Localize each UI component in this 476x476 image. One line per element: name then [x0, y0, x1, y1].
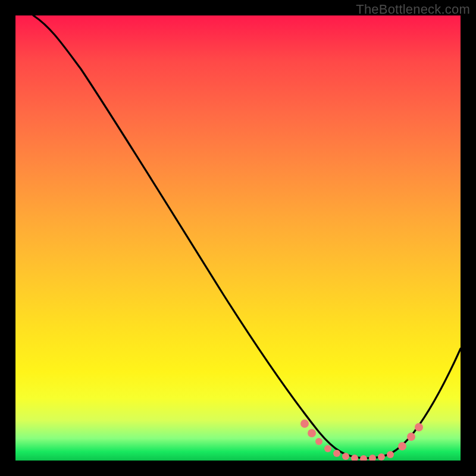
watermark-text: TheBottleneck.com	[356, 2, 470, 17]
marker-dot	[398, 442, 406, 450]
plot-area	[15, 15, 461, 461]
bottleneck-curve	[33, 15, 461, 458]
marker-dot	[407, 433, 415, 441]
marker-dot	[360, 455, 367, 461]
marker-dot	[300, 419, 309, 428]
marker-dot	[315, 438, 322, 445]
marker-group	[300, 419, 423, 461]
marker-dot	[378, 453, 385, 461]
marker-dot	[342, 453, 349, 460]
marker-dot	[387, 451, 394, 458]
bottleneck-curve-svg	[15, 15, 461, 461]
marker-dot	[308, 429, 316, 437]
marker-dot	[369, 455, 376, 461]
chart-frame: TheBottleneck.com	[0, 0, 476, 476]
marker-dot	[415, 423, 423, 431]
marker-dot	[333, 450, 340, 457]
marker-dot	[324, 445, 331, 452]
